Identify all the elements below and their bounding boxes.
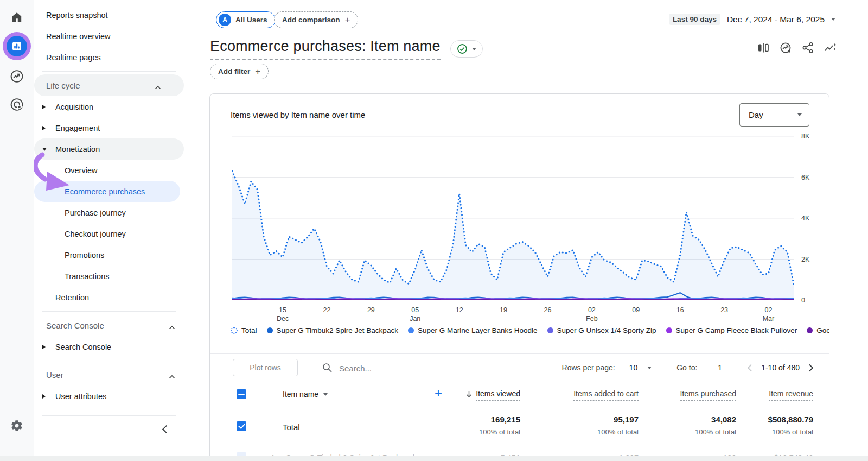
legend-label: Total [241, 326, 257, 334]
legend-item-super-g-timbuk2-spire-jet-backpack[interactable]: Super G Timbuk2 Spire Jet Backpack [267, 326, 398, 334]
total-metric-value: 169,215 [479, 415, 520, 424]
search-icon [322, 362, 333, 373]
check-circle-icon [457, 43, 468, 54]
legend-item-total[interactable]: Total [231, 326, 257, 334]
sidebar-item-label: Transactions [65, 272, 109, 281]
x-tick-label: 29 [354, 306, 388, 314]
legend-swatch [807, 327, 813, 333]
chevron-down-icon [323, 393, 328, 396]
rows-per-page-value[interactable]: 10 [629, 363, 638, 372]
collapse-sidebar-button[interactable] [161, 425, 168, 435]
goto-page-value[interactable]: 1 [718, 363, 722, 372]
sidebar-item-realtime-pages[interactable]: Realtime pages [34, 47, 198, 68]
legend-item-google-timb[interactable]: Google Timb [807, 326, 829, 334]
granularity-select[interactable]: Day [739, 103, 809, 127]
chevron-up-icon [169, 371, 175, 381]
sidebar-item-label: Realtime pages [46, 53, 101, 62]
expand-arrow-icon [42, 105, 46, 109]
expand-arrow-icon [42, 345, 46, 349]
column-header-items-purchased[interactable]: Items purchased [680, 389, 737, 401]
sidebar-section-search-console[interactable]: Search Console [34, 314, 198, 336]
advertising-icon[interactable] [10, 97, 24, 112]
sidebar-item-promotions[interactable]: Promotions [34, 244, 198, 266]
header-divider [209, 33, 868, 33]
dimension-column-header[interactable]: Item name [283, 390, 328, 399]
column-header-items-added-to-cart[interactable]: Items added to cart [573, 389, 639, 401]
select-all-checkbox[interactable] [237, 389, 246, 399]
x-tick-label: 26 [530, 306, 565, 314]
sidebar-item-search-console[interactable]: Search Console [34, 336, 198, 357]
sidebar-section-label: Search Console [46, 321, 104, 330]
sidebar-item-realtime-overview[interactable]: Realtime overview [34, 26, 198, 47]
total-metric-value: $508,880.79 [768, 415, 813, 424]
explore-icon[interactable] [10, 69, 24, 84]
sidebar-item-label: Acquisition [55, 103, 93, 111]
sidebar-section-life-cycle[interactable]: Life cycle [34, 74, 184, 96]
previous-page-icon[interactable] [747, 364, 752, 372]
sidebar-item-purchase-journey[interactable]: Purchase journey [34, 202, 198, 223]
sidebar-section-user[interactable]: User [34, 364, 198, 386]
chevron-up-icon [155, 82, 161, 91]
legend-item-super-g-camp-fleece-black-pullover[interactable]: Super G Camp Fleece Black Pullover [666, 326, 797, 334]
sidebar-item-reports-snapshot[interactable]: Reports snapshot [34, 4, 198, 26]
chevron-down-icon [831, 18, 835, 21]
sidebar-item-transactions[interactable]: Transactions [34, 266, 198, 287]
pagination-controls: Rows per page: 10 Go to: 1 1-10 of 480 [562, 354, 814, 381]
sidebar-divider [42, 415, 176, 416]
total-metric-value: 95,197 [597, 415, 639, 424]
legend-item-super-g-marine-layer-banks-hoodie[interactable]: Super G Marine Layer Banks Hoodie [408, 326, 538, 334]
total-metric-value: 34,082 [695, 415, 736, 424]
sparkline-insights-icon[interactable] [824, 41, 838, 54]
pagination-range: 1-10 of 480 [761, 363, 800, 372]
chart-legend: TotalSuper G Timbuk2 Spire Jet BackpackS… [231, 324, 829, 336]
column-header-items-viewed[interactable]: Items viewed [465, 389, 520, 401]
sidebar-item-acquisition[interactable]: Acquisition [34, 96, 198, 117]
sidebar-item-engagement[interactable]: Engagement [34, 117, 198, 138]
sidebar-item-checkout-journey[interactable]: Checkout journey [34, 223, 198, 244]
sidebar-item-label: Reports snapshot [46, 11, 108, 20]
settings-gear-icon[interactable] [10, 419, 23, 432]
legend-item-super-g-unisex-1-4-sporty-zip[interactable]: Super G Unisex 1/4 Sporty Zip [547, 326, 656, 334]
chevron-down-icon [472, 48, 476, 50]
sidebar-item-ecommerce-purchases[interactable]: Ecommerce purchases [34, 181, 180, 202]
dimension-header-label: Item name [283, 390, 318, 399]
audience-chip-all-users[interactable]: A All Users [216, 11, 276, 28]
plot-rows-button[interactable]: Plot rows [233, 359, 298, 376]
column-header-item-revenue[interactable]: Item revenue [769, 389, 813, 401]
total-row-checkbox[interactable] [237, 421, 246, 431]
chevron-down-icon[interactable] [647, 367, 652, 369]
table-total-row: Total 169,215100% of total95,197100% of … [210, 407, 829, 445]
sidebar-item-retention[interactable]: Retention [34, 287, 198, 308]
x-tick-label: 02Feb [575, 306, 609, 323]
y-tick-label: 0 [801, 296, 824, 305]
date-range-picker[interactable]: Last 90 days Dec 7, 2024 - Mar 6, 2025 [669, 14, 835, 25]
sidebar-item-overview[interactable]: Overview [34, 160, 198, 181]
horizontal-scrollbar[interactable] [0, 456, 868, 461]
insights-icon[interactable] [779, 41, 792, 54]
time-series-chart [232, 136, 794, 300]
sidebar-item-label: Ecommerce purchases [65, 187, 145, 196]
legend-label: Google Timb [816, 326, 829, 334]
home-icon[interactable] [10, 11, 23, 24]
next-page-icon[interactable] [808, 364, 814, 372]
total-metric-share: 100% of total [768, 428, 813, 436]
add-filter-button[interactable]: Add filter + [210, 64, 269, 79]
compare-reports-icon[interactable] [757, 41, 770, 54]
reports-icon[interactable] [7, 36, 27, 56]
collapse-arrow-icon [42, 148, 47, 151]
table-search-input[interactable] [338, 359, 503, 377]
legend-swatch [408, 327, 414, 333]
sidebar-item-label: Engagement [55, 124, 100, 132]
sidebar-item-monetization[interactable]: Monetization [34, 138, 184, 160]
table-toolbar: Plot rows Rows per page: 10 Go to: 1 1-1… [210, 353, 829, 381]
total-row-label: Total [283, 422, 300, 432]
add-comparison-button[interactable]: Add comparison + [274, 11, 358, 28]
total-metric-cell: $508,880.79100% of total [768, 415, 813, 436]
add-column-button[interactable]: + [435, 386, 442, 401]
granularity-value: Day [749, 110, 797, 119]
report-status-menu[interactable] [450, 40, 483, 58]
sidebar-item-user-attributes[interactable]: User attributes [34, 386, 198, 407]
expand-arrow-icon [42, 394, 46, 399]
share-icon[interactable] [801, 41, 814, 54]
x-tick-label: 12 [442, 306, 477, 314]
